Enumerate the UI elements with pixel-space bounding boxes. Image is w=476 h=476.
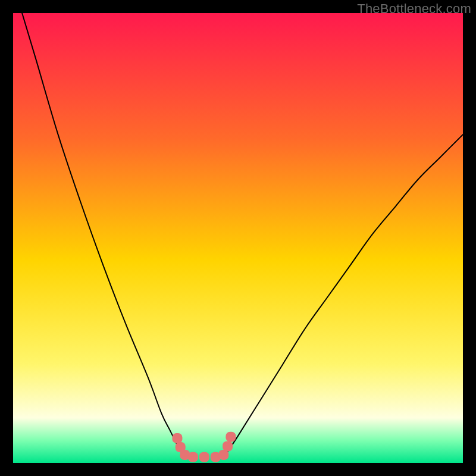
optimal-marker (188, 452, 198, 462)
chart-plot-area (13, 13, 463, 463)
optimal-marker (226, 432, 236, 442)
optimal-marker (199, 452, 209, 462)
optimal-marker (172, 433, 182, 443)
bottleneck-curve-chart (13, 13, 463, 463)
gradient-background (13, 13, 463, 463)
optimal-marker (223, 441, 233, 452)
